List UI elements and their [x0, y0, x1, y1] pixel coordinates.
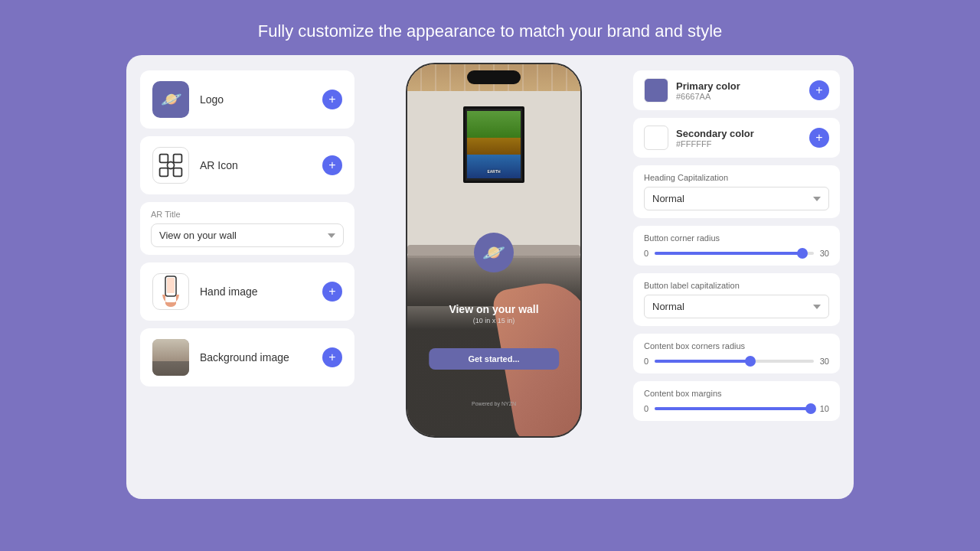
background-image-label: Background image: [200, 351, 289, 364]
logo-icon-box: 🪐: [152, 81, 189, 118]
content-corners-label: Content box corners radius: [644, 341, 829, 350]
content-corners-section: Content box corners radius 0 30: [633, 334, 840, 373]
content-margins-thumb: [805, 403, 816, 414]
heading-cap-select[interactable]: Normal Uppercase Lowercase Capitalize: [644, 187, 829, 210]
ar-icon-card: AR Icon +: [140, 136, 354, 194]
heading-cap-section: Heading Capitalization Normal Uppercase …: [633, 165, 840, 218]
content-corners-track[interactable]: [655, 360, 814, 363]
svg-point-4: [168, 162, 175, 169]
content-corners-max: 30: [820, 357, 829, 366]
main-card: 🪐 Logo + AR Icon +: [126, 55, 854, 499]
hand-image-label: Hand image: [200, 285, 258, 298]
btn-corner-fill: [655, 252, 802, 255]
primary-color-swatch[interactable]: [644, 78, 668, 103]
btn-corner-thumb: [797, 248, 808, 259]
right-panel: Primary color #6667AA + Secondary color …: [633, 70, 840, 421]
phone-bottom-text: View on your wall (10 in x 15 in): [407, 303, 580, 324]
left-panel: 🪐 Logo + AR Icon +: [140, 70, 354, 386]
content-corners-thumb: [745, 356, 756, 367]
btn-corner-min: 0: [644, 249, 648, 258]
ar-title-label: AR Title: [151, 210, 344, 219]
phone-powered-by: Powered by NYZN: [407, 401, 580, 406]
hand-image-icon-box: [152, 273, 189, 310]
phone-wrap: EARTH 🪐 View on your wall (10 in x 15 in…: [406, 63, 582, 438]
content-corners-min: 0: [644, 357, 648, 366]
btn-label-cap-select[interactable]: Normal Uppercase Lowercase Capitalize: [644, 295, 829, 318]
content-margins-min: 0: [644, 404, 648, 413]
content-margins-section: Content box margins 0 10: [633, 381, 840, 421]
phone-screen: EARTH 🪐 View on your wall (10 in x 15 in…: [407, 64, 580, 436]
secondary-color-hex: #FFFFFF: [676, 139, 754, 148]
ar-icon-svg: [157, 152, 185, 179]
background-image-card: Background image +: [140, 328, 354, 386]
primary-color-add-button[interactable]: +: [809, 80, 829, 100]
secondary-color-label: Secondary color: [676, 128, 754, 139]
phone-preview: EARTH 🪐 View on your wall (10 in x 15 in…: [367, 63, 621, 438]
ar-title-section: AR Title View on your wall See in your r…: [140, 202, 354, 255]
logo-card: 🪐 Logo +: [140, 70, 354, 129]
phone-ar-logo: 🪐: [474, 233, 514, 272]
ar-title-select[interactable]: View on your wall See in your room Try i…: [151, 223, 344, 247]
btn-corner-radius-section: Button corner radius 0 30: [633, 226, 840, 266]
content-margins-label: Content box margins: [644, 389, 829, 398]
ar-icon-add-button[interactable]: +: [322, 155, 342, 175]
btn-corner-track[interactable]: [655, 252, 814, 255]
ar-icon-box: [152, 147, 189, 184]
heading-cap-label: Heading Capitalization: [644, 173, 829, 182]
hand-image-card: Hand image +: [140, 262, 354, 321]
ar-icon-label: AR Icon: [200, 159, 238, 171]
logo-label: Logo: [200, 93, 224, 106]
content-margins-fill: [655, 407, 810, 410]
svg-rect-0: [160, 155, 168, 163]
content-corners-fill: [655, 360, 750, 363]
content-margins-track[interactable]: [655, 407, 814, 410]
primary-color-label: Primary color: [676, 80, 740, 92]
phone-preview-title: View on your wall: [407, 303, 580, 315]
primary-color-hex: #6667AA: [676, 92, 740, 101]
btn-label-cap-section: Button label capitalization Normal Upper…: [633, 273, 840, 326]
phone-preview-subtitle: (10 in x 15 in): [407, 317, 580, 324]
secondary-color-swatch[interactable]: [644, 126, 668, 150]
phone-notch: [467, 70, 521, 84]
btn-corner-max: 30: [820, 249, 829, 258]
btn-label-cap-label: Button label capitalization: [644, 281, 829, 290]
btn-corner-radius-label: Button corner radius: [644, 233, 829, 243]
svg-rect-2: [160, 168, 168, 177]
hand-phone-svg: [159, 275, 182, 308]
secondary-color-row: Secondary color #FFFFFF +: [633, 118, 840, 158]
page-title: Fully customize the appearance to match …: [258, 21, 723, 41]
phone-frame: EARTH 🪐 View on your wall (10 in x 15 in…: [406, 63, 582, 438]
svg-rect-3: [174, 168, 182, 177]
background-image-icon-box: [152, 339, 189, 376]
hand-image-add-button[interactable]: +: [322, 282, 342, 302]
background-image-add-button[interactable]: +: [322, 347, 342, 367]
phone-cta-button[interactable]: Get started...: [429, 348, 559, 370]
phone-painting: EARTH: [463, 106, 524, 183]
content-margins-max: 10: [820, 404, 829, 413]
logo-add-button[interactable]: +: [322, 90, 342, 109]
secondary-color-add-button[interactable]: +: [809, 128, 829, 148]
svg-rect-1: [174, 155, 182, 163]
primary-color-row: Primary color #6667AA +: [633, 70, 840, 110]
svg-rect-6: [167, 278, 175, 293]
